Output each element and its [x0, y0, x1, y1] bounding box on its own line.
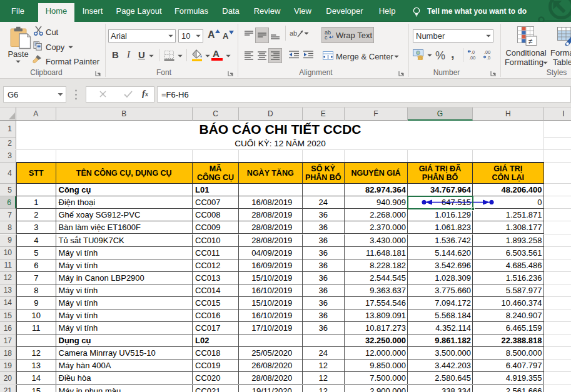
svg-text:.00: .00 [469, 55, 475, 60]
svg-text:.0: .0 [471, 49, 475, 55]
svg-text:≠: ≠ [528, 37, 533, 46]
svg-text:ab: ab [290, 29, 297, 37]
svg-text:c: c [325, 34, 328, 40]
svg-text:.00: .00 [484, 49, 490, 55]
svg-text:.0: .0 [487, 55, 490, 60]
